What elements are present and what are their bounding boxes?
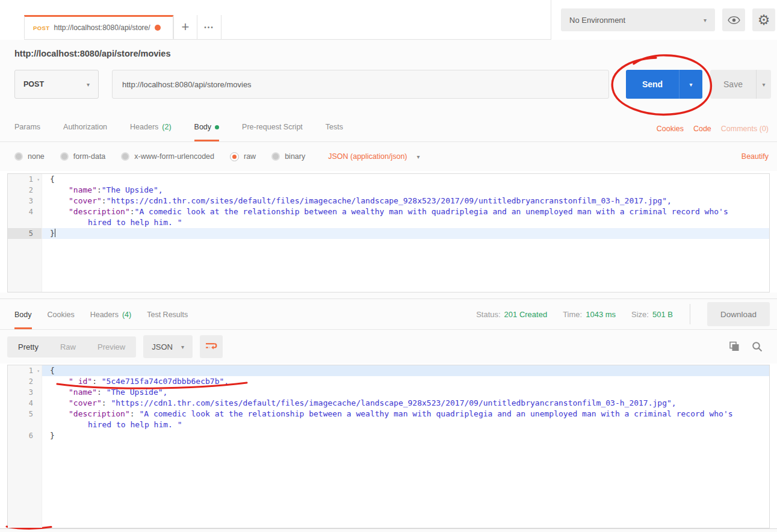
save-split-button: Save ▾	[710, 70, 771, 99]
tab-authorization[interactable]: Authorization	[63, 123, 107, 141]
chevron-down-icon: ▾	[87, 81, 90, 88]
method-selector[interactable]: POST ▾	[14, 70, 99, 99]
send-button[interactable]: Send	[626, 70, 679, 99]
save-button[interactable]: Save	[710, 70, 756, 99]
tab-pre-request-script[interactable]: Pre-request Script	[242, 123, 303, 141]
radio-selected-icon	[230, 152, 239, 161]
response-toolbar: Pretty Raw Preview JSON ▾	[0, 330, 777, 363]
editor-empty-area[interactable]	[8, 239, 769, 292]
mode-raw-radio[interactable]: raw	[230, 152, 256, 161]
radio-icon	[60, 152, 69, 161]
gear-icon: ⚙	[758, 13, 770, 27]
send-split-button: Send ▾	[626, 70, 702, 99]
response-meta: Status: 201 Created Time: 1043 ms Size: …	[476, 302, 770, 326]
status-badge: 201 Created	[504, 310, 548, 319]
environment-selector[interactable]: No Environment ▾	[561, 8, 715, 31]
url-input[interactable]	[112, 70, 609, 99]
text-cursor	[55, 229, 55, 237]
wrap-lines-button[interactable]	[200, 335, 223, 358]
environment-label: No Environment	[569, 16, 625, 25]
send-options-button[interactable]: ▾	[679, 70, 702, 99]
tab-tests[interactable]: Tests	[326, 123, 343, 141]
radio-icon	[271, 152, 280, 161]
request-tab-strip: POST http://localhost:8080/api/store/ + …	[0, 0, 551, 40]
code-line-id: 2 "_id": "5c4e715fa74c07dbbb6ecb7b",	[8, 376, 769, 387]
response-tab-headers[interactable]: Headers (4)	[90, 311, 132, 329]
postman-window: POST http://localhost:8080/api/store/ + …	[0, 0, 777, 532]
request-body-editor[interactable]: 1▾ { 2 "name":"The Upside", 3 "cover":"h…	[7, 173, 770, 292]
code-line: 5 "description": "A comedic look at the …	[8, 409, 769, 419]
section-spacer	[0, 292, 777, 298]
search-icon[interactable]	[752, 341, 763, 352]
request-tab-active[interactable]: POST http://localhost:8080/api/store/	[24, 15, 173, 39]
mode-urlencoded-radio[interactable]: x-www-form-urlencoded	[121, 152, 214, 161]
url-builder-row: POST ▾ Send ▾ Save ▾	[0, 64, 777, 105]
tab-body[interactable]: Body	[194, 123, 220, 141]
body-mode-row: none form-data x-www-form-urlencoded raw…	[0, 142, 777, 171]
code-line-wrap: hired to help him. "	[8, 217, 769, 228]
chevron-down-icon: ▾	[704, 17, 707, 23]
chevron-down-icon: ▾	[181, 344, 184, 350]
code-link[interactable]: Code	[693, 125, 711, 133]
top-bar: POST http://localhost:8080/api/store/ + …	[0, 0, 777, 40]
code-line: 3 "name": "The Upside",	[8, 387, 769, 398]
code-line: 6 }	[8, 430, 769, 441]
code-line: 1▾ {	[8, 174, 769, 185]
request-tabs-row: Params Authorization Headers (2) Body Pr…	[0, 105, 777, 142]
headers-count-badge: (2)	[162, 123, 171, 131]
save-options-button[interactable]: ▾	[756, 70, 771, 99]
mode-form-data-radio[interactable]: form-data	[60, 152, 106, 161]
response-tabs-row: Body Cookies Headers (4) Test Results St…	[0, 298, 777, 330]
comments-link[interactable]: Comments (0)	[721, 125, 769, 133]
copy-icon[interactable]	[729, 341, 740, 352]
response-headers-count-badge: (4)	[122, 311, 131, 319]
body-filled-dot-icon	[215, 125, 219, 129]
editor-empty-area[interactable]	[8, 441, 769, 528]
view-preview[interactable]: Preview	[87, 336, 136, 357]
tab-strip-empty-area	[221, 15, 551, 39]
response-tab-cookies[interactable]: Cookies	[48, 311, 75, 329]
download-button[interactable]: Download	[707, 302, 770, 326]
divider	[690, 304, 690, 324]
eye-icon	[728, 16, 740, 25]
response-body-editor[interactable]: 1▾ { 2 "_id": "5c4e715fa74c07dbbb6ecb7b"…	[7, 365, 770, 528]
window-bottom-edge	[0, 528, 777, 532]
chevron-down-icon: ▾	[689, 81, 692, 88]
page-title: http://localhost:8080/api/store/movies	[14, 49, 170, 58]
code-line: 2 "name":"The Upside",	[8, 185, 769, 196]
mode-none-radio[interactable]: none	[14, 152, 45, 161]
mode-binary-radio[interactable]: binary	[271, 152, 305, 161]
code-line-highlighted: 1▾ {	[8, 365, 769, 376]
code-line: 3 "cover":"https://cdn1.thr.com/sites/de…	[8, 196, 769, 206]
chevron-down-icon: ▾	[762, 81, 765, 88]
response-view-group: Pretty Raw Preview	[7, 336, 136, 357]
tab-options-button[interactable]: •••	[197, 15, 221, 39]
radio-icon	[121, 152, 129, 161]
environment-quick-look-button[interactable]	[722, 8, 745, 31]
view-pretty[interactable]: Pretty	[7, 336, 49, 357]
tab-url-label: http://localhost:8080/api/store/	[54, 23, 150, 32]
view-raw[interactable]: Raw	[49, 336, 87, 357]
request-title-row: http://localhost:8080/api/store/movies	[0, 40, 777, 64]
response-format-selector[interactable]: JSON ▾	[143, 335, 193, 358]
code-line-active: 5 }	[8, 228, 769, 239]
response-tab-test-results[interactable]: Test Results	[147, 311, 188, 329]
cookies-link[interactable]: Cookies	[657, 125, 684, 133]
status-pair: Status: 201 Created	[476, 310, 547, 319]
tab-params[interactable]: Params	[14, 123, 40, 141]
radio-icon	[14, 152, 23, 161]
method-label: POST	[23, 80, 44, 88]
fold-caret-icon[interactable]: ▾	[37, 366, 40, 377]
response-tab-body[interactable]: Body	[14, 311, 32, 329]
content-type-selector[interactable]: JSON (application/json) ▾	[328, 152, 419, 161]
settings-button[interactable]: ⚙	[752, 8, 775, 31]
new-tab-button[interactable]: +	[173, 15, 197, 39]
chevron-down-icon: ▾	[417, 153, 420, 160]
tab-headers[interactable]: Headers (2)	[130, 123, 172, 141]
time-pair: Time: 1043 ms	[563, 310, 616, 319]
code-line: 4 "cover": "https://cdn1.thr.com/sites/d…	[8, 398, 769, 409]
environment-bar: No Environment ▾ ⚙	[551, 0, 777, 40]
fold-caret-icon[interactable]: ▾	[37, 175, 40, 185]
word-wrap-icon	[205, 342, 217, 351]
beautify-link[interactable]: Beautify	[741, 152, 769, 161]
